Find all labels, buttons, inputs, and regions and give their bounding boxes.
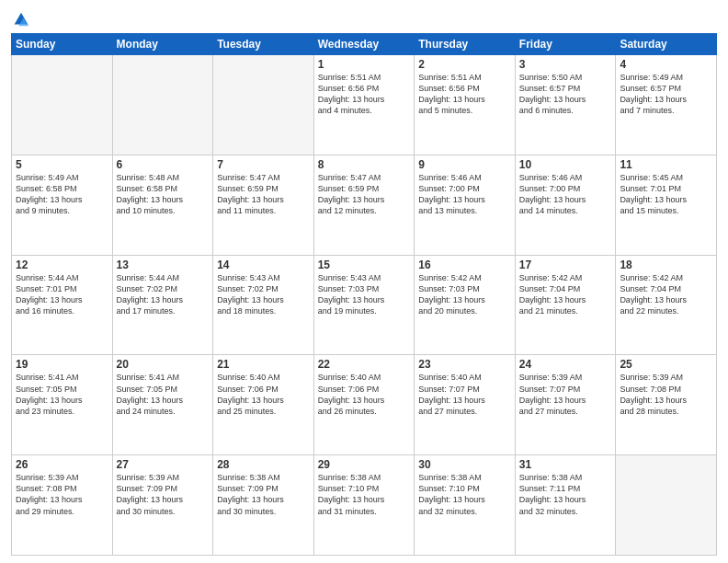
- day-info: Sunrise: 5:40 AMSunset: 7:06 PMDaylight:…: [217, 372, 310, 417]
- calendar-cell: 11Sunrise: 5:45 AMSunset: 7:01 PMDayligh…: [616, 155, 717, 255]
- calendar-cell: 8Sunrise: 5:47 AMSunset: 6:59 PMDaylight…: [313, 155, 415, 255]
- week-row-3: 12Sunrise: 5:44 AMSunset: 7:01 PMDayligh…: [12, 255, 717, 355]
- calendar-cell: 4Sunrise: 5:49 AMSunset: 6:57 PMDaylight…: [616, 55, 717, 155]
- day-info: Sunrise: 5:47 AMSunset: 6:59 PMDaylight:…: [318, 172, 411, 217]
- day-number: 12: [16, 259, 108, 271]
- day-info: Sunrise: 5:46 AMSunset: 7:00 PMDaylight:…: [519, 172, 612, 217]
- day-header-tuesday: Tuesday: [213, 34, 314, 55]
- day-number: 22: [318, 358, 411, 371]
- day-info: Sunrise: 5:42 AMSunset: 7:04 PMDaylight:…: [620, 272, 712, 317]
- calendar-cell: 10Sunrise: 5:46 AMSunset: 7:00 PMDayligh…: [515, 155, 616, 255]
- day-info: Sunrise: 5:38 AMSunset: 7:11 PMDaylight:…: [519, 472, 612, 517]
- day-number: 20: [117, 358, 210, 371]
- day-number: 21: [217, 358, 310, 371]
- day-info: Sunrise: 5:44 AMSunset: 7:01 PMDaylight:…: [16, 272, 108, 317]
- day-info: Sunrise: 5:45 AMSunset: 7:01 PMDaylight:…: [620, 172, 712, 217]
- day-info: Sunrise: 5:43 AMSunset: 7:02 PMDaylight:…: [217, 272, 310, 317]
- day-number: 29: [318, 458, 411, 471]
- day-number: 3: [519, 58, 612, 71]
- day-number: 26: [16, 458, 108, 471]
- week-row-1: 1Sunrise: 5:51 AMSunset: 6:56 PMDaylight…: [12, 55, 717, 155]
- day-info: Sunrise: 5:50 AMSunset: 6:57 PMDaylight:…: [519, 72, 612, 117]
- day-info: Sunrise: 5:40 AMSunset: 7:06 PMDaylight:…: [318, 372, 411, 417]
- day-number: 7: [217, 158, 310, 171]
- day-info: Sunrise: 5:38 AMSunset: 7:10 PMDaylight:…: [418, 472, 511, 517]
- calendar-cell: 22Sunrise: 5:40 AMSunset: 7:06 PMDayligh…: [313, 355, 415, 455]
- calendar-cell: [616, 455, 717, 556]
- header: [11, 9, 717, 29]
- day-number: 18: [620, 259, 712, 271]
- week-row-4: 19Sunrise: 5:41 AMSunset: 7:05 PMDayligh…: [12, 355, 717, 455]
- day-info: Sunrise: 5:41 AMSunset: 7:05 PMDaylight:…: [117, 372, 210, 417]
- calendar-cell: 2Sunrise: 5:51 AMSunset: 6:56 PMDaylight…: [415, 55, 516, 155]
- calendar-cell: 9Sunrise: 5:46 AMSunset: 7:00 PMDaylight…: [415, 155, 516, 255]
- calendar-cell: [12, 55, 113, 155]
- calendar-cell: 1Sunrise: 5:51 AMSunset: 6:56 PMDaylight…: [313, 55, 415, 155]
- day-info: Sunrise: 5:38 AMSunset: 7:10 PMDaylight:…: [318, 472, 411, 517]
- day-info: Sunrise: 5:49 AMSunset: 6:58 PMDaylight:…: [16, 172, 108, 217]
- day-number: 31: [519, 458, 612, 471]
- calendar-cell: 23Sunrise: 5:40 AMSunset: 7:07 PMDayligh…: [415, 355, 516, 455]
- calendar-cell: 24Sunrise: 5:39 AMSunset: 7:07 PMDayligh…: [515, 355, 616, 455]
- day-number: 17: [519, 259, 612, 271]
- calendar-cell: 5Sunrise: 5:49 AMSunset: 6:58 PMDaylight…: [12, 155, 113, 255]
- day-header-sunday: Sunday: [12, 34, 113, 55]
- calendar-cell: 14Sunrise: 5:43 AMSunset: 7:02 PMDayligh…: [213, 255, 314, 355]
- calendar-cell: 29Sunrise: 5:38 AMSunset: 7:10 PMDayligh…: [313, 455, 415, 556]
- week-row-5: 26Sunrise: 5:39 AMSunset: 7:08 PMDayligh…: [12, 455, 717, 556]
- day-number: 13: [117, 259, 210, 271]
- calendar-cell: 12Sunrise: 5:44 AMSunset: 7:01 PMDayligh…: [12, 255, 113, 355]
- day-info: Sunrise: 5:46 AMSunset: 7:00 PMDaylight:…: [418, 172, 511, 217]
- day-info: Sunrise: 5:39 AMSunset: 7:08 PMDaylight:…: [16, 472, 108, 517]
- day-info: Sunrise: 5:43 AMSunset: 7:03 PMDaylight:…: [318, 272, 411, 317]
- day-info: Sunrise: 5:40 AMSunset: 7:07 PMDaylight:…: [418, 372, 511, 417]
- day-number: 6: [117, 158, 210, 171]
- day-number: 10: [519, 158, 612, 171]
- day-number: 23: [418, 358, 511, 371]
- calendar-cell: 21Sunrise: 5:40 AMSunset: 7:06 PMDayligh…: [213, 355, 314, 455]
- day-info: Sunrise: 5:48 AMSunset: 6:58 PMDaylight:…: [117, 172, 210, 217]
- day-header-monday: Monday: [112, 34, 213, 55]
- day-number: 19: [16, 358, 108, 371]
- day-number: 4: [620, 58, 712, 71]
- calendar-header-row: SundayMondayTuesdayWednesdayThursdayFrid…: [12, 34, 717, 55]
- day-info: Sunrise: 5:38 AMSunset: 7:09 PMDaylight:…: [217, 472, 310, 517]
- calendar-cell: 17Sunrise: 5:42 AMSunset: 7:04 PMDayligh…: [515, 255, 616, 355]
- day-number: 15: [318, 259, 411, 271]
- calendar-cell: 13Sunrise: 5:44 AMSunset: 7:02 PMDayligh…: [112, 255, 213, 355]
- day-number: 16: [418, 259, 511, 271]
- calendar-cell: 30Sunrise: 5:38 AMSunset: 7:10 PMDayligh…: [415, 455, 516, 556]
- day-number: 24: [519, 358, 612, 371]
- day-info: Sunrise: 5:42 AMSunset: 7:03 PMDaylight:…: [418, 272, 511, 317]
- calendar-cell: 18Sunrise: 5:42 AMSunset: 7:04 PMDayligh…: [616, 255, 717, 355]
- day-number: 25: [620, 358, 712, 371]
- day-number: 8: [318, 158, 411, 171]
- calendar-cell: 20Sunrise: 5:41 AMSunset: 7:05 PMDayligh…: [112, 355, 213, 455]
- day-number: 9: [418, 158, 511, 171]
- day-info: Sunrise: 5:51 AMSunset: 6:56 PMDaylight:…: [318, 72, 411, 117]
- logo-icon: [11, 9, 31, 29]
- day-header-wednesday: Wednesday: [313, 34, 415, 55]
- calendar-table: SundayMondayTuesdayWednesdayThursdayFrid…: [11, 33, 717, 556]
- day-number: 5: [16, 158, 108, 171]
- day-number: 1: [318, 58, 411, 71]
- calendar-cell: 31Sunrise: 5:38 AMSunset: 7:11 PMDayligh…: [515, 455, 616, 556]
- calendar-cell: 28Sunrise: 5:38 AMSunset: 7:09 PMDayligh…: [213, 455, 314, 556]
- day-info: Sunrise: 5:49 AMSunset: 6:57 PMDaylight:…: [620, 72, 712, 117]
- day-header-saturday: Saturday: [616, 34, 717, 55]
- calendar-cell: 25Sunrise: 5:39 AMSunset: 7:08 PMDayligh…: [616, 355, 717, 455]
- calendar-cell: 16Sunrise: 5:42 AMSunset: 7:03 PMDayligh…: [415, 255, 516, 355]
- day-info: Sunrise: 5:39 AMSunset: 7:07 PMDaylight:…: [519, 372, 612, 417]
- day-number: 2: [418, 58, 511, 71]
- day-info: Sunrise: 5:42 AMSunset: 7:04 PMDaylight:…: [519, 272, 612, 317]
- day-info: Sunrise: 5:41 AMSunset: 7:05 PMDaylight:…: [16, 372, 108, 417]
- week-row-2: 5Sunrise: 5:49 AMSunset: 6:58 PMDaylight…: [12, 155, 717, 255]
- calendar-cell: 15Sunrise: 5:43 AMSunset: 7:03 PMDayligh…: [313, 255, 415, 355]
- day-header-friday: Friday: [515, 34, 616, 55]
- day-number: 30: [418, 458, 511, 471]
- day-info: Sunrise: 5:44 AMSunset: 7:02 PMDaylight:…: [117, 272, 210, 317]
- calendar-cell: 3Sunrise: 5:50 AMSunset: 6:57 PMDaylight…: [515, 55, 616, 155]
- calendar-cell: 7Sunrise: 5:47 AMSunset: 6:59 PMDaylight…: [213, 155, 314, 255]
- calendar-cell: 26Sunrise: 5:39 AMSunset: 7:08 PMDayligh…: [12, 455, 113, 556]
- day-number: 11: [620, 158, 712, 171]
